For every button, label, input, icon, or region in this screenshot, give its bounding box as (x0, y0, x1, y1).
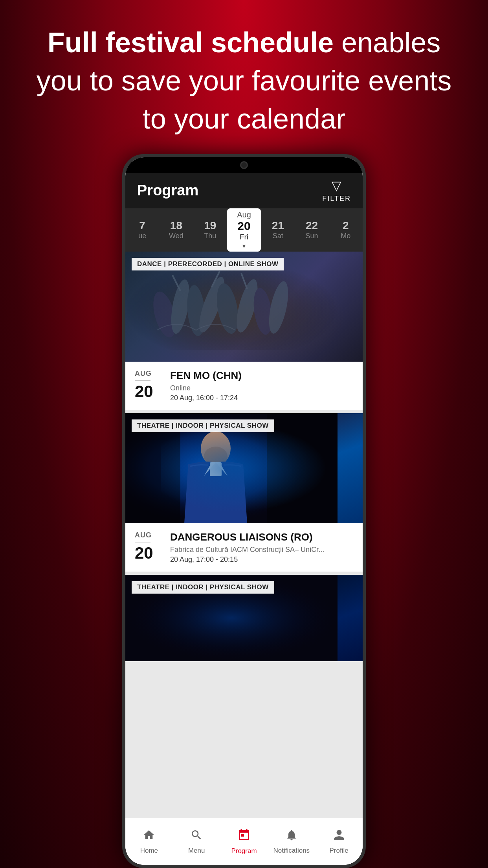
event-time-1: 20 Aug, 16:00 - 17:24 (170, 394, 353, 402)
svg-rect-16 (210, 462, 222, 476)
phone-inner: Program ▽ FILTER 7 ue 18 Wed 19 Thu (125, 157, 363, 865)
chevron-down-icon: ▾ (242, 242, 246, 250)
event-card-1[interactable]: DANCE | PRERECORDED | ONLINE SHOW AUG 20… (125, 252, 363, 410)
event-info-1: AUG 20 FEN MO (CHN) Online 20 Aug, 16:00… (125, 362, 363, 410)
search-icon (190, 829, 203, 844)
nav-profile[interactable]: Profile (315, 825, 363, 859)
nav-notifications[interactable]: Notifications (268, 825, 315, 859)
hero-bold: Full festival schedule (48, 27, 334, 58)
event-details-1: FEN MO (CHN) Online 20 Aug, 16:00 - 17:2… (170, 370, 353, 402)
event-image-wrap-2: THEATRE | INDOOR | PHYSICAL SHOW (125, 413, 363, 523)
camera (240, 161, 248, 169)
home-icon (143, 829, 155, 844)
filter-icon: ▽ (332, 178, 341, 193)
event-image-wrap-3: THEATRE | INDOOR | PHYSICAL SHOW (125, 575, 363, 661)
bell-icon (285, 829, 298, 844)
date-strip: 7 ue 18 Wed 19 Thu Aug 20 Fri ▾ (125, 208, 363, 252)
event-info-2: AUG 20 DANGEROUS LIAISONS (RO) Fabrica d… (125, 523, 363, 572)
top-bar: Program ▽ FILTER (125, 173, 363, 208)
event-title-1: FEN MO (CHN) (170, 370, 353, 382)
bottom-nav: Home Menu Progra (125, 818, 363, 865)
nav-menu[interactable]: Menu (173, 825, 220, 859)
date-item-21[interactable]: 21 Sat (261, 208, 295, 252)
nav-notifications-label: Notifications (273, 847, 310, 855)
event-date-1: AUG 20 (135, 370, 162, 402)
phone-frame: Program ▽ FILTER 7 ue 18 Wed 19 Thu (122, 154, 366, 868)
event-venue-1: Online (170, 384, 353, 392)
event-image-wrap-1: DANCE | PRERECORDED | ONLINE SHOW (125, 252, 363, 362)
filter-button[interactable]: ▽ FILTER (322, 178, 351, 203)
event-venue-2: Fabrica de Cultură IACM Construcții SA– … (170, 546, 353, 554)
nav-program[interactable]: Program (220, 824, 268, 859)
date-item-17[interactable]: 7 ue (125, 208, 159, 252)
calendar-icon (237, 828, 251, 845)
nav-program-label: Program (231, 847, 257, 855)
event-tag-2: THEATRE | INDOOR | PHYSICAL SHOW (132, 419, 274, 432)
event-details-2: DANGEROUS LIAISONS (RO) Fabrica de Cultu… (170, 531, 353, 564)
content-area[interactable]: DANCE | PRERECORDED | ONLINE SHOW AUG 20… (125, 252, 363, 818)
event-title-2: DANGEROUS LIAISONS (RO) (170, 531, 353, 543)
app-title: Program (137, 182, 198, 199)
event-tag-1: DANCE | PRERECORDED | ONLINE SHOW (132, 258, 284, 270)
nav-profile-label: Profile (329, 847, 348, 855)
person-icon (333, 829, 345, 844)
date-item-18[interactable]: 18 Wed (159, 208, 193, 252)
nav-home-label: Home (140, 847, 158, 855)
phone-notch (125, 157, 363, 173)
app-screen: Program ▽ FILTER 7 ue 18 Wed 19 Thu (125, 173, 363, 865)
date-item-19[interactable]: 19 Thu (193, 208, 227, 252)
filter-label: FILTER (322, 195, 351, 203)
date-item-22[interactable]: 22 Sun (295, 208, 328, 252)
event-date-2: AUG 20 (135, 531, 162, 564)
event-card-3[interactable]: THEATRE | INDOOR | PHYSICAL SHOW (125, 575, 363, 661)
svg-point-14 (201, 431, 231, 466)
svg-rect-18 (267, 413, 338, 523)
event-tag-3: THEATRE | INDOOR | PHYSICAL SHOW (132, 581, 274, 594)
event-card-2[interactable]: THEATRE | INDOOR | PHYSICAL SHOW AUG 20 … (125, 413, 363, 572)
nav-home[interactable]: Home (125, 825, 173, 859)
date-item-20[interactable]: Aug 20 Fri ▾ (227, 208, 261, 252)
event-time-2: 20 Aug, 17:00 - 20:15 (170, 555, 353, 564)
hero-text: Full festival schedule enables you to sa… (0, 0, 488, 154)
svg-point-15 (204, 447, 227, 466)
nav-menu-label: Menu (188, 847, 205, 855)
date-item-23[interactable]: 2 Mo (329, 208, 363, 252)
